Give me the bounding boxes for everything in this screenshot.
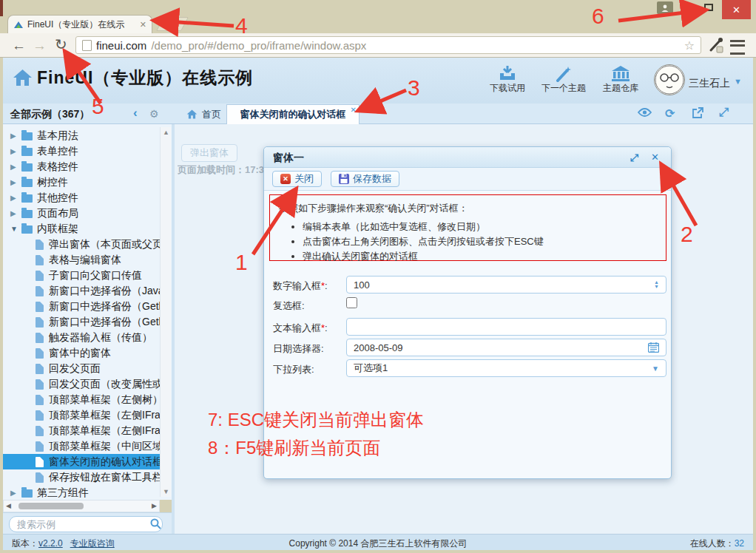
profile-button[interactable]	[657, 1, 673, 14]
annotation-note-8: 8：F5键刷新当前页面	[208, 436, 380, 460]
dialog-title: 窗体一	[273, 152, 304, 165]
save-data-button[interactable]: 保存数据	[331, 171, 399, 187]
address-bar[interactable]: fineui.com /demo_pro/#/demo_pro/iframe/w…	[75, 36, 701, 54]
tree-item[interactable]: 子窗口向父窗口传值	[3, 268, 160, 283]
preview-eye-icon[interactable]	[638, 107, 652, 118]
open-new-window-icon[interactable]	[692, 107, 703, 118]
tree-item[interactable]: ▶其他控件	[3, 190, 160, 206]
scroll-left-icon[interactable]: ◀	[6, 502, 11, 509]
number-input[interactable]: 100 ▲▼	[346, 276, 666, 294]
tree-item[interactable]: ▶表单控件	[3, 143, 160, 159]
tree-item-label: 回发父页面	[49, 362, 101, 376]
tree-item[interactable]: ▶页面布局	[3, 206, 160, 221]
tree-item-label: 基本用法	[37, 129, 78, 143]
dialog-close-button[interactable]: ✕ 关闭	[272, 171, 322, 187]
extension-dropper-button[interactable]	[708, 37, 724, 53]
browser-tab-title: FineUI（专业版）在线示	[27, 18, 136, 31]
scroll-down-icon[interactable]: ▼	[163, 488, 169, 495]
tab-home[interactable]: 首页	[179, 104, 229, 124]
back-button[interactable]: ←	[12, 33, 26, 58]
browser-tab[interactable]: FineUI（专业版）在线示 ✕	[7, 15, 152, 33]
user-name[interactable]: 三生石上	[689, 77, 730, 90]
sidebar-collapse-icon[interactable]: ‹	[133, 106, 138, 121]
home-icon[interactable]	[13, 69, 33, 86]
tree-item[interactable]: ▼内联框架	[3, 221, 160, 237]
search-input[interactable]	[9, 516, 163, 532]
download-trial-button[interactable]: 下载试用	[479, 63, 536, 95]
tree-item[interactable]: 新窗口中选择省份（Geth	[3, 314, 160, 330]
tree-item[interactable]: 弹出窗体（本页面或父页	[3, 237, 160, 252]
tree-item-label: 弹出窗体（本页面或父页	[49, 238, 163, 251]
tree-item[interactable]: 触发器输入框（传值）	[3, 330, 160, 345]
calendar-icon[interactable]	[648, 342, 659, 353]
tree-item-label: 表单控件	[37, 145, 78, 158]
annotation-note-7: 7: ESC键关闭当前弹出窗体	[208, 408, 424, 432]
tree-item[interactable]: ▶表格控件	[3, 159, 160, 174]
new-tab-button[interactable]	[156, 17, 189, 31]
dialog-close-icon[interactable]: ✕	[651, 152, 659, 163]
collapsed-arrow-icon[interactable]: ▶	[10, 163, 21, 171]
dialog-maximize-icon[interactable]: ⤢	[630, 152, 638, 164]
file-icon	[36, 379, 44, 390]
bookmark-star-icon[interactable]: ☆	[684, 38, 695, 52]
refresh-icon[interactable]: ⟳	[665, 106, 675, 121]
collapsed-arrow-icon[interactable]: ▶	[10, 147, 21, 155]
dialog-toolbar: ✕ 关闭 保存数据	[264, 168, 671, 191]
forward-button[interactable]: →	[33, 33, 47, 58]
tab-active-confirm-dialog[interactable]: 窗体关闭前的确认对话框 ✕	[226, 104, 360, 124]
expanded-arrow-icon[interactable]: ▼	[10, 225, 21, 233]
tree-item[interactable]: 新窗口中选择省份（Geth	[3, 299, 160, 314]
dropdown-select[interactable]: 可选项1 ▼	[346, 359, 666, 377]
tree-item-selected[interactable]: 窗体关闭前的确认对话框	[3, 454, 160, 469]
download-icon	[479, 63, 536, 82]
tree-item[interactable]: 窗体中的窗体	[3, 345, 160, 361]
tab-close-icon[interactable]: ✕	[351, 106, 357, 114]
tree-item[interactable]: ▶基本用法	[3, 128, 160, 143]
collapsed-arrow-icon[interactable]: ▶	[10, 194, 21, 202]
tree-item[interactable]: 顶部菜单框架（左侧IFra	[3, 423, 160, 438]
tree-horizontal-scrollbar[interactable]: ◀ ▶	[3, 500, 160, 512]
collapsed-arrow-icon[interactable]: ▶	[10, 489, 21, 497]
dialog-titlebar[interactable]: 窗体一 ⤢ ✕	[264, 147, 671, 168]
scrollbar-thumb[interactable]	[18, 503, 84, 509]
fullscreen-expand-icon[interactable]: ⤢	[719, 106, 729, 119]
browser-menu-icon[interactable]	[730, 40, 745, 55]
collapsed-arrow-icon[interactable]: ▶	[10, 132, 21, 140]
tree-item[interactable]: 顶部菜单框架（左侧IFra	[3, 407, 160, 423]
popup-window-button-disabled[interactable]: 弹出窗体	[181, 144, 237, 162]
tree-item[interactable]: 回发父页面（改变属性或	[3, 376, 160, 392]
avatar[interactable]	[654, 64, 685, 95]
window-close-button[interactable]: ✕	[722, 0, 751, 19]
text-input[interactable]	[346, 318, 666, 336]
tree-item[interactable]: 回发父页面	[3, 361, 160, 376]
maximize-button[interactable]	[704, 4, 713, 11]
reload-button[interactable]: ↻	[55, 33, 67, 57]
tree-item[interactable]: ▶树控件	[3, 174, 160, 190]
tree-item[interactable]: 顶部菜单框架（左侧树）	[3, 392, 160, 407]
tree-item[interactable]: 表格与编辑窗体	[3, 252, 160, 268]
tree-item-label: 新窗口中选择省份（Geth	[49, 316, 164, 329]
date-picker-input[interactable]: 2008-05-09	[346, 339, 666, 356]
collapsed-arrow-icon[interactable]: ▶	[10, 209, 21, 217]
tree-item[interactable]: 顶部菜单框架（中间区域	[3, 438, 160, 454]
scroll-up-icon[interactable]: ▲	[163, 129, 169, 136]
tree-item[interactable]: ▶第三方组件	[3, 485, 160, 500]
scroll-right-icon[interactable]: ▶	[152, 502, 157, 509]
tree-item-label: 内联框架	[37, 223, 78, 236]
next-theme-button[interactable]: 下一个主题	[536, 63, 592, 95]
tree-vertical-scrollbar[interactable]: ▲ ▼	[160, 127, 171, 497]
search-icon[interactable]	[150, 518, 161, 529]
minimize-button[interactable]	[685, 9, 694, 11]
tree-item[interactable]: 保存按钮放在窗体工具栏	[3, 469, 160, 485]
tree-item[interactable]: 新窗口中选择省份（Java	[3, 283, 160, 299]
chevron-down-icon[interactable]: ▼	[652, 364, 659, 373]
gear-icon[interactable]: ⚙	[149, 108, 159, 120]
spinner-up-down-icon[interactable]: ▲▼	[654, 280, 659, 289]
tab-close-icon[interactable]: ✕	[140, 20, 146, 30]
file-icon	[36, 271, 44, 281]
collapsed-arrow-icon[interactable]: ▶	[10, 178, 21, 186]
theme-store-button[interactable]: 主题仓库	[593, 63, 649, 95]
user-dropdown-caret-icon[interactable]: ▼	[734, 77, 742, 86]
checkbox-input[interactable]	[346, 297, 357, 308]
annotation-label-3: 3	[408, 75, 420, 101]
